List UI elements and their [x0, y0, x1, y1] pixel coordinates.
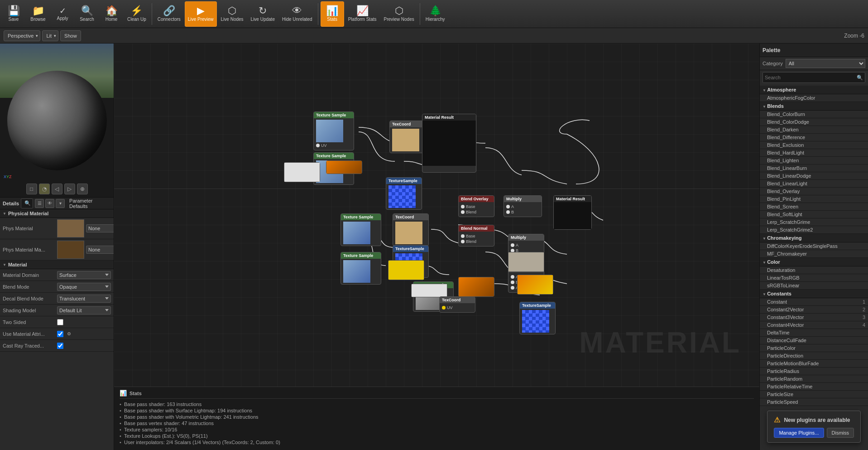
- category-select[interactable]: All: [786, 59, 865, 68]
- palette-group-blends[interactable]: Blends: [760, 102, 868, 111]
- platformstats-button[interactable]: 📈 Platform Stats: [345, 1, 380, 27]
- node-gray-swatch-bottom[interactable]: [508, 252, 544, 272]
- node-tan-b[interactable]: TexCoord: [393, 213, 429, 246]
- palette-item[interactable]: Blend_ColorBurn: [760, 111, 868, 118]
- node-editor[interactable]: .wire { fill: none; stroke: #aaa; stroke…: [114, 44, 759, 387]
- palette-item[interactable]: Lerp_ScratchGrime: [760, 218, 868, 226]
- show-button[interactable]: Show: [60, 30, 81, 41]
- palette-item[interactable]: Blend_Screen: [760, 203, 868, 211]
- node-blue-checker-br[interactable]: TextureSample: [519, 302, 556, 334]
- stats-button[interactable]: 📊 Stats: [321, 1, 344, 27]
- palette-item[interactable]: Constant2Vector2: [760, 306, 868, 314]
- material-domain-dropdown[interactable]: Surface: [57, 271, 111, 279]
- palette-item[interactable]: Blend_Difference: [760, 134, 868, 141]
- palette-item[interactable]: MF_Chromakeyer: [760, 250, 868, 258]
- node-white-small-bb[interactable]: [411, 284, 447, 297]
- save-button[interactable]: 💾 Save: [2, 1, 25, 27]
- node-yellow-b[interactable]: [388, 260, 424, 280]
- palette-item[interactable]: Blend_Darken: [760, 126, 868, 134]
- details-list-view-button[interactable]: ☰: [35, 199, 44, 208]
- palette-item[interactable]: Blend_ColorDodge: [760, 118, 868, 126]
- use-material-attr-checkbox[interactable]: [57, 331, 63, 337]
- palette-item[interactable]: Blend_LinearBurn: [760, 165, 868, 172]
- node-orange-gradient[interactable]: [326, 160, 362, 174]
- two-sided-checkbox[interactable]: [57, 319, 63, 325]
- manage-plugins-button[interactable]: Manage Plugins...: [774, 428, 824, 438]
- phys-material-dropdown[interactable]: None: [86, 224, 114, 232]
- palette-item[interactable]: Blend_Exclusion: [760, 141, 868, 149]
- node-ts-b2[interactable]: Texture Sample: [340, 252, 381, 285]
- palette-item[interactable]: ParticleDirection: [760, 352, 868, 360]
- node-tan-texture[interactable]: TexCoord: [389, 121, 426, 153]
- previewnodes-button[interactable]: ⬡ Preview Nodes: [380, 1, 417, 27]
- perspective-dropdown[interactable]: Perspective: [4, 30, 40, 41]
- preview-icon-3[interactable]: ◁: [52, 184, 62, 194]
- palette-item[interactable]: ParticleColor: [760, 344, 868, 352]
- livepreview-button[interactable]: ▶ Live Preview: [185, 1, 217, 27]
- home-button[interactable]: 🏠 Home: [100, 1, 123, 27]
- phys-material-mask-dropdown[interactable]: None: [86, 246, 114, 254]
- cleanup-button[interactable]: ⚡ Clean Up: [124, 1, 149, 27]
- preview-icon-5[interactable]: ⊕: [77, 184, 88, 194]
- node-constant-white[interactable]: [284, 162, 320, 182]
- node-orange-yellow-br[interactable]: [517, 275, 553, 295]
- search-button[interactable]: 🔍 Search: [75, 1, 99, 27]
- node-blue-checker[interactable]: TextureSample: [386, 177, 422, 210]
- palette-item[interactable]: LinearTosRGB: [760, 274, 868, 282]
- palette-item[interactable]: DistanceCullFade: [760, 337, 868, 344]
- palette-item[interactable]: ParticleRelativeTime: [760, 383, 868, 391]
- palette-group-color[interactable]: Color: [760, 258, 868, 266]
- palette-item[interactable]: ParticleSize: [760, 391, 868, 398]
- palette-group-chromakeying[interactable]: Chromakeying: [760, 234, 868, 242]
- physical-material-section[interactable]: Physical Material: [0, 209, 114, 218]
- palette-item[interactable]: ParticleRadius: [760, 368, 868, 375]
- palette-item[interactable]: Lerp_ScratchGrime2: [760, 226, 868, 234]
- palette-item[interactable]: Blend_LinearDodge: [760, 172, 868, 180]
- palette-item[interactable]: DiffColorKeyerErodeSinglePass: [760, 242, 868, 250]
- parameter-defaults-tab[interactable]: Parameter Defaults: [69, 198, 111, 209]
- palette-group-constants[interactable]: Constants: [760, 290, 868, 298]
- livenodes-button[interactable]: ⬡ Live Nodes: [218, 1, 247, 27]
- details-eye-button[interactable]: 👁: [45, 199, 54, 208]
- node-orange-small-bb[interactable]: [458, 277, 494, 297]
- palette-item[interactable]: Constant1: [760, 298, 868, 306]
- palette-item[interactable]: DeltaTime: [760, 329, 868, 337]
- preview-icon-2[interactable]: ◔: [39, 184, 50, 194]
- cast-ray-traced-checkbox[interactable]: [57, 343, 63, 349]
- node-right-1[interactable]: Multiply A B: [504, 195, 542, 217]
- hideunrelated-button[interactable]: 👁 Hide Unrelated: [279, 1, 316, 27]
- palette-item[interactable]: ParticleSpeed: [760, 398, 868, 406]
- palette-item[interactable]: ParticleMotionBlurFade: [760, 360, 868, 368]
- palette-item[interactable]: Blend_LinearLight: [760, 180, 868, 188]
- palette-item[interactable]: ParticleRandom: [760, 375, 868, 383]
- palette-item[interactable]: AtmosphericFogColor: [760, 94, 868, 102]
- browse-button[interactable]: 📁 Browse: [26, 1, 50, 27]
- palette-group-atmosphere[interactable]: Atmosphere: [760, 86, 868, 94]
- preview-icon-4[interactable]: ▷: [64, 184, 75, 194]
- blend-mode-dropdown[interactable]: Opaque: [57, 283, 111, 291]
- lit-dropdown[interactable]: Lit: [42, 30, 58, 41]
- node-material-result[interactable]: Material Result: [422, 114, 476, 173]
- node-right-2[interactable]: Material Result: [553, 195, 592, 230]
- palette-item[interactable]: Blend_PinLight: [760, 195, 868, 203]
- shading-model-dropdown[interactable]: Default Lit: [57, 306, 111, 315]
- node-red-b[interactable]: Blend Overlay Base Blend: [458, 195, 494, 217]
- material-section[interactable]: Material: [0, 261, 114, 269]
- palette-item[interactable]: Blend_Overlay: [760, 188, 868, 195]
- palette-item[interactable]: Blend_SoftLight: [760, 211, 868, 218]
- node-ts-b1[interactable]: Texture Sample: [340, 213, 381, 246]
- preview-icon-1[interactable]: □: [26, 184, 37, 194]
- palette-item[interactable]: sRGBToLinear: [760, 282, 868, 290]
- details-more-button[interactable]: ▾: [56, 199, 65, 208]
- dismiss-button[interactable]: Dismiss: [827, 428, 854, 438]
- palette-item[interactable]: Desaturation: [760, 266, 868, 274]
- palette-search-input[interactable]: [765, 75, 855, 80]
- connectors-button[interactable]: 🔗 Connectors: [154, 1, 184, 27]
- node-blend-b[interactable]: Blend Normal Base Blend: [458, 225, 494, 247]
- palette-item[interactable]: Constant3Vector3: [760, 314, 868, 321]
- hierarchy-button[interactable]: 🌲 Hierarchy: [422, 1, 448, 27]
- apply-button[interactable]: ✓ Apply: [51, 1, 74, 27]
- decal-blend-dropdown[interactable]: Translucent: [57, 295, 111, 303]
- palette-item[interactable]: Constant4Vector4: [760, 321, 868, 329]
- node-texturesample-1[interactable]: Texture Sample UV: [313, 111, 354, 150]
